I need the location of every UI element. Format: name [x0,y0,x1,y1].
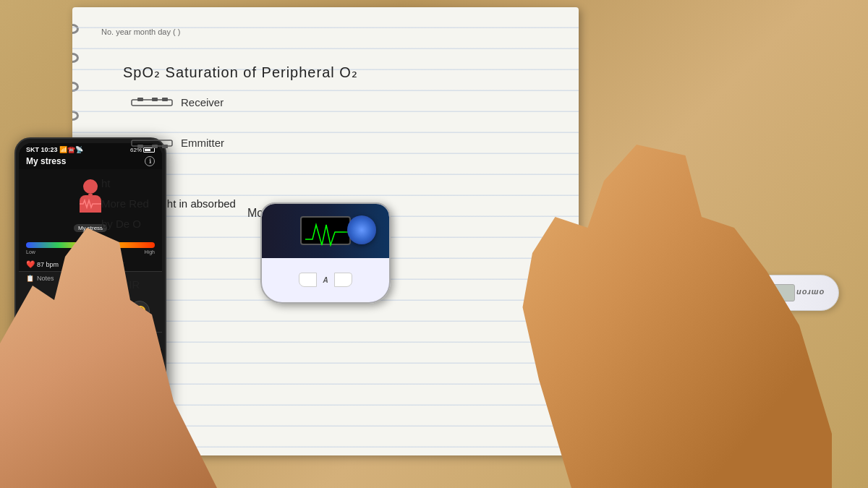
heart-icon: ❤️ [26,260,35,268]
heart-rate-value: 87 bpm [37,261,59,268]
notes-icon: 📋 [26,275,34,282]
scene: No. year month day ( ) SpO₂ Saturation o… [0,0,868,488]
receiver-diagram-icon [130,97,174,108]
notebook-line-deo: by De O [101,214,557,234]
notebook-header: No. year month day ( ) [101,22,557,42]
notebook-text: No. year month day ( ) SpO₂ Saturation o… [101,22,557,315]
notebook-line-moreir: More IR [101,275,557,295]
svg-rect-5 [137,145,143,148]
receiver-label: Receiver [181,93,224,113]
notebook-title: SpO₂ Saturation of Peripheral O₂ [123,62,557,82]
heart-rate-item: ❤️ 87 bpm [26,260,59,268]
app-title: My stress [26,156,66,166]
gradient-low-label: Low [26,249,35,254]
svg-rect-2 [152,98,158,101]
svg-rect-6 [152,145,158,148]
pulse-line-icon [80,199,101,209]
notebook-line-oxy: by Oxy [101,295,557,315]
notebook-line-light: Light [101,254,557,275]
emitter-diagram-icon [130,137,174,149]
emitter-label: Emmitter [181,133,224,153]
status-carrier-time: SKT 10:23 📶☎️📡 [26,146,83,153]
svg-rect-3 [162,98,168,101]
notes-label: Notes [37,275,54,282]
notebook-line-morered: More Red ht in absorbed [101,194,557,214]
svg-rect-7 [162,145,168,148]
thermometer-brand: omron [796,288,824,297]
svg-rect-1 [137,98,143,101]
notebook-line-ht: ht [101,174,557,194]
